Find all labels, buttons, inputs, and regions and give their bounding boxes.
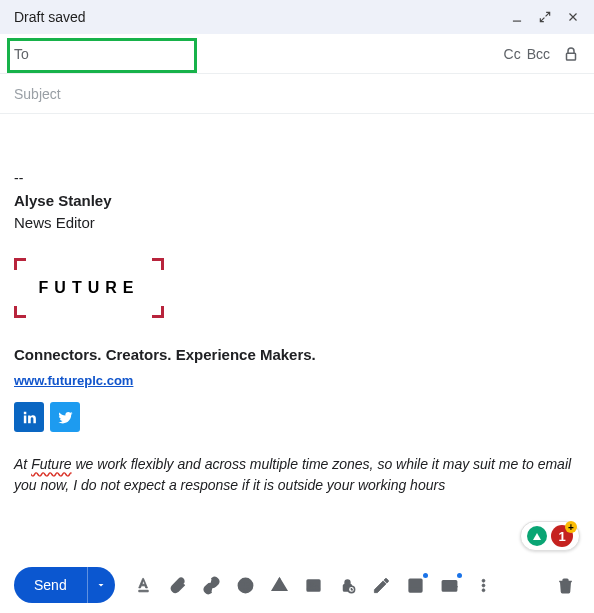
svg-rect-10 [409, 587, 422, 592]
send-button[interactable]: Send [14, 567, 87, 603]
template-icon[interactable] [401, 570, 431, 600]
signature-name: Alyse Stanley [14, 190, 580, 212]
header-controls [506, 6, 584, 28]
fullscreen-button[interactable] [534, 6, 556, 28]
header-title: Draft saved [14, 9, 506, 25]
tagline: Connectors. Creators. Experience Makers. [14, 344, 580, 366]
more-options-icon[interactable] [469, 570, 499, 600]
to-input[interactable] [37, 42, 504, 66]
company-logo: FUTURE [14, 258, 164, 318]
subject-input[interactable] [14, 86, 580, 102]
emoji-icon[interactable] [231, 570, 261, 600]
to-label: To [14, 46, 29, 62]
message-body[interactable]: -- Alyse Stanley News Editor FUTURE Conn… [0, 114, 594, 544]
linkedin-icon[interactable] [14, 402, 44, 432]
image-icon[interactable] [299, 570, 329, 600]
svg-point-12 [482, 579, 485, 582]
lock-icon[interactable] [562, 45, 580, 63]
cc-bcc-group: Cc Bcc [504, 46, 550, 62]
twitter-icon[interactable] [50, 402, 80, 432]
drive-icon[interactable] [265, 570, 295, 600]
social-links [14, 402, 580, 432]
compose-header: Draft saved [0, 0, 594, 34]
svg-point-13 [482, 584, 485, 587]
pen-icon[interactable] [367, 570, 397, 600]
confidential-icon[interactable] [333, 570, 363, 600]
grammarly-icon[interactable] [527, 526, 547, 546]
send-options-button[interactable] [87, 567, 115, 603]
bcc-button[interactable]: Bcc [527, 46, 550, 62]
logo-text: FUTURE [39, 276, 140, 299]
svg-point-14 [482, 588, 485, 591]
send-group: Send [14, 567, 115, 603]
svg-point-4 [247, 583, 249, 585]
minimize-button[interactable] [506, 6, 528, 28]
signature-separator: -- [14, 168, 580, 188]
svg-rect-1 [567, 53, 576, 60]
notification-badge[interactable]: 1 + [551, 525, 573, 547]
signature-role: News Editor [14, 212, 580, 234]
svg-rect-0 [513, 21, 521, 22]
subject-row [0, 74, 594, 114]
format-toolbar [129, 570, 499, 600]
svg-point-2 [239, 578, 253, 592]
link-icon[interactable] [197, 570, 227, 600]
disclaimer: At Future we work flexibly and across mu… [14, 454, 580, 495]
company-link[interactable]: www.futureplc.com [14, 372, 133, 391]
formatting-icon[interactable] [129, 570, 159, 600]
schedule-mail-icon[interactable] [435, 570, 465, 600]
attach-icon[interactable] [163, 570, 193, 600]
compose-toolbar: Send [0, 557, 594, 613]
extension-badges[interactable]: 1 + [520, 521, 580, 551]
to-row: To Cc Bcc [0, 34, 594, 74]
close-button[interactable] [562, 6, 584, 28]
discard-icon[interactable] [550, 570, 580, 600]
svg-point-3 [243, 583, 245, 585]
cc-button[interactable]: Cc [504, 46, 521, 62]
